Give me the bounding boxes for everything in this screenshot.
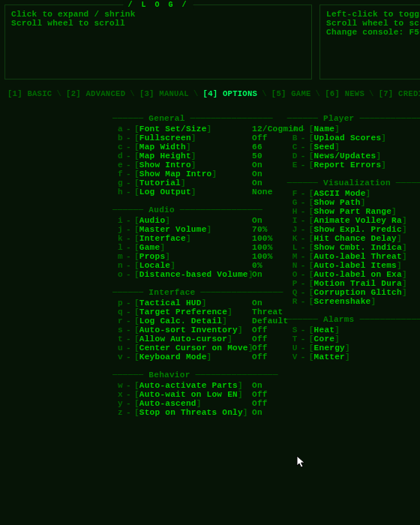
option-label[interactable]: Show Map Intro	[140, 170, 212, 178]
console-panel[interactable]: Left-click to toggle int Scroll wheel to…	[320, 4, 420, 80]
option-label[interactable]: Allow Auto-cursor	[140, 334, 227, 344]
option-row[interactable]: b-[Fullscreen]Off	[112, 134, 284, 142]
option-row[interactable]: Q-[Corruption Glitch]	[287, 288, 420, 297]
option-row[interactable]: w-[Auto-activate Parts]On	[112, 381, 284, 390]
option-row[interactable]: u-[Center Cursor on Move]Off	[112, 344, 284, 352]
menu-item-advanced[interactable]: [2] ADVANCED	[66, 89, 125, 98]
option-row[interactable]: L-[Show Cmbt. Indica]	[287, 243, 420, 252]
option-row[interactable]: d-[Map Height]50	[112, 152, 284, 160]
option-label[interactable]: Locale	[140, 261, 170, 270]
option-label[interactable]: Fullscreen	[140, 134, 191, 142]
option-row[interactable]: E-[Report Errors]	[287, 160, 420, 170]
option-label[interactable]: Font Set/Size	[140, 124, 207, 134]
option-row[interactable]: P-[Motion Trail Dura]	[287, 279, 420, 288]
option-label[interactable]: Heat	[314, 326, 335, 334]
option-label[interactable]: Core	[314, 334, 335, 344]
option-row[interactable]: n-[ Locale]0%	[112, 261, 284, 270]
option-label[interactable]: Matter	[314, 352, 345, 362]
option-label[interactable]: Stop on Threats Only	[140, 408, 243, 417]
option-label[interactable]: Log Calc. Detail	[140, 316, 222, 326]
option-row[interactable]: t-[Allow Auto-cursor]Off	[112, 334, 284, 344]
option-label[interactable]: ASCII Mode	[314, 189, 366, 198]
option-row[interactable]: U-[Energy]	[287, 344, 420, 352]
menu-item-news[interactable]: [6] NEWS	[325, 89, 364, 98]
option-row[interactable]: R-[Screenshake]	[287, 297, 420, 306]
option-row[interactable]: D-[News/Updates]	[287, 152, 420, 160]
option-label[interactable]: Center Cursor on Move	[140, 344, 248, 352]
option-row[interactable]: B-[Upload Scores]	[287, 134, 420, 142]
option-label[interactable]: Audio	[140, 216, 166, 225]
option-label[interactable]: Auto-label on Exa	[314, 270, 402, 279]
option-row[interactable]: g-[Tutorial]On	[112, 178, 284, 188]
option-label[interactable]: Game	[140, 243, 160, 252]
option-label[interactable]: Tutorial	[140, 178, 181, 188]
menu-item-credits[interactable]: [7] CREDITS	[379, 89, 420, 98]
option-row[interactable]: z-[Stop on Threats Only]On	[112, 408, 284, 417]
option-row[interactable]: f-[Show Map Intro]On	[112, 170, 284, 178]
option-row[interactable]: v-[Keyboard Mode]Off	[112, 352, 284, 362]
option-label[interactable]: Auto-sort Inventory	[140, 326, 238, 334]
option-label[interactable]: Auto-label Threat	[314, 252, 402, 261]
option-row[interactable]: C-[Seed]	[287, 142, 420, 152]
option-label[interactable]: Tactical HUD	[140, 298, 202, 308]
option-row[interactable]: S-[Heat]	[287, 326, 420, 334]
option-row[interactable]: y-[Auto-ascend]Off	[112, 399, 284, 408]
option-row[interactable]: G-[Show Path]	[287, 198, 420, 207]
option-label[interactable]: Show Expl. Predic	[314, 225, 402, 234]
option-label[interactable]: Upload Scores	[314, 134, 382, 142]
option-row[interactable]: l-[ Game]100%	[112, 243, 284, 252]
option-row[interactable]: h-[Log Output]None	[112, 188, 284, 196]
option-label[interactable]: Corruption Glitch	[314, 288, 402, 297]
option-label[interactable]: Screenshake	[314, 297, 371, 306]
option-row[interactable]: p-[Tactical HUD]On	[112, 298, 284, 308]
option-label[interactable]: Motion Trail Dura	[314, 279, 402, 288]
option-label[interactable]: Auto-activate Parts	[140, 381, 238, 390]
option-label[interactable]: Props	[140, 252, 166, 261]
option-label[interactable]: Hit Chance Delay	[314, 234, 397, 243]
option-row[interactable]: e-[Show Intro]On	[112, 160, 284, 170]
option-row[interactable]: O-[Auto-label on Exa]	[287, 270, 420, 279]
option-label[interactable]: Interface	[140, 234, 186, 243]
option-label[interactable]: Auto-label Items	[314, 261, 397, 270]
option-row[interactable]: A-[Name]	[287, 124, 420, 134]
log-panel[interactable]: / L O G / Click to expand / shrink Scrol…	[4, 4, 312, 80]
option-row[interactable]: V-[Matter]	[287, 352, 420, 362]
option-row[interactable]: J-[Show Expl. Predic]	[287, 225, 420, 234]
option-label[interactable]: Keyboard Mode	[140, 352, 207, 362]
option-label[interactable]: Animate Volley Ra	[314, 216, 402, 225]
menu-item-game[interactable]: [5] GAME	[272, 89, 311, 98]
option-row[interactable]: H-[Show Part Range]	[287, 207, 420, 216]
option-label[interactable]: Auto-wait on Low EN	[140, 390, 238, 399]
option-row[interactable]: s-[Auto-sort Inventory]Off	[112, 326, 284, 334]
option-label[interactable]: Map Width	[140, 142, 186, 152]
option-row[interactable]: k-[ Interface]100%	[112, 234, 284, 243]
option-row[interactable]: c-[Map Width]66	[112, 142, 284, 152]
option-row[interactable]: q-[Target Preference]Threat	[112, 308, 284, 316]
option-label[interactable]: Master Volume	[140, 225, 207, 234]
option-row[interactable]: a-[Font Set/Size]12/Cogmind	[112, 124, 284, 134]
option-label[interactable]: Show Path	[314, 198, 361, 207]
option-row[interactable]: x-[Auto-wait on Low EN]Off	[112, 390, 284, 399]
option-label[interactable]: Name	[314, 124, 335, 134]
option-label[interactable]: News/Updates	[314, 152, 376, 160]
option-row[interactable]: F-[ASCII Mode]	[287, 189, 420, 198]
option-label[interactable]: Target Preference	[140, 308, 227, 316]
option-label[interactable]: Map Height	[140, 152, 191, 160]
option-row[interactable]: i-[Audio]On	[112, 216, 284, 225]
option-row[interactable]: o-[Distance-based Volume]On	[112, 270, 284, 279]
menu-item-options[interactable]: [4] OPTIONS	[203, 89, 258, 98]
option-row[interactable]: N-[Auto-label Items]	[287, 261, 420, 270]
option-row[interactable]: K-[Hit Chance Delay]	[287, 234, 420, 243]
option-row[interactable]: M-[Auto-label Threat]	[287, 252, 420, 261]
option-label[interactable]: Energy	[314, 344, 345, 352]
option-label[interactable]: Show Intro	[140, 160, 191, 170]
option-label[interactable]: Show Cmbt. Indica	[314, 243, 402, 252]
option-row[interactable]: j-[Master Volume]70%	[112, 225, 284, 234]
option-label[interactable]: Log Output	[140, 188, 191, 196]
option-row[interactable]: m-[ Props]100%	[112, 252, 284, 261]
menu-item-basic[interactable]: [1] BASIC	[8, 89, 52, 98]
option-row[interactable]: T-[Core]	[287, 334, 420, 344]
menu-item-manual[interactable]: [3] MANUAL	[140, 89, 189, 98]
option-label[interactable]: Report Errors	[314, 160, 382, 170]
option-label[interactable]: Auto-ascend	[140, 399, 196, 408]
